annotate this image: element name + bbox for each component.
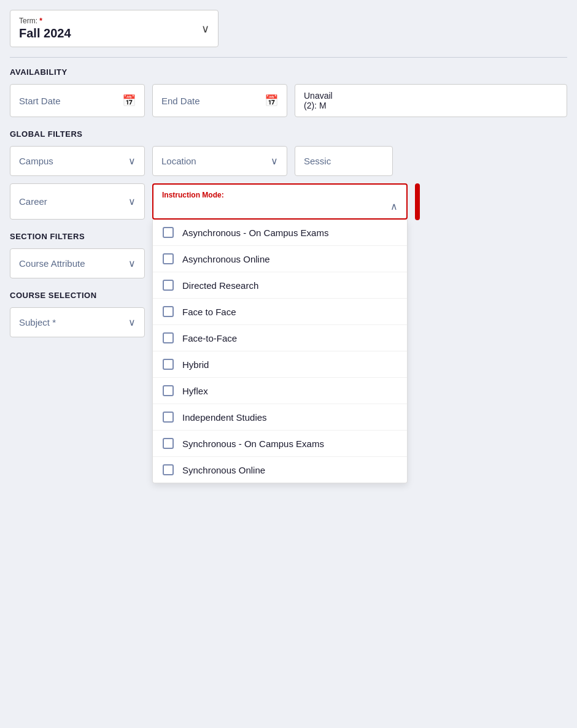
location-label: Location (161, 156, 196, 166)
section-divider (10, 57, 567, 58)
checkbox-hyflex[interactable] (163, 385, 174, 396)
career-dropdown[interactable]: Career ∨ (10, 183, 145, 220)
scroll-indicator[interactable] (415, 183, 420, 220)
option-face-to-face-hyphen[interactable]: Face-to-Face (153, 325, 407, 351)
instruction-mode-input[interactable] (162, 201, 374, 212)
filters-row-1: Campus ∨ Location ∨ Sessic (10, 146, 567, 176)
term-dropdown[interactable]: Term: * Fall 2024 ∨ (10, 10, 219, 47)
option-label-synchronous-online: Synchronous Online (182, 465, 265, 475)
option-directed-research[interactable]: Directed Research (153, 272, 407, 299)
checkbox-synchronous-on-campus-exams[interactable] (163, 438, 174, 449)
end-date-field[interactable]: End Date 📅 (152, 84, 287, 117)
subject-label: Subject * (19, 317, 56, 328)
session-label: Sessic (304, 156, 331, 166)
career-chevron-icon: ∨ (128, 196, 136, 207)
term-section: Term: * Fall 2024 ∨ (10, 10, 567, 47)
option-synchronous-online[interactable]: Synchronous Online (153, 457, 407, 483)
term-value: Fall 2024 (19, 26, 209, 40)
term-label: Term: * (19, 17, 209, 25)
global-filters-heading: GLOBAL FILTERS (10, 129, 567, 139)
campus-chevron-icon: ∨ (128, 155, 136, 167)
end-date-calendar-icon: 📅 (265, 94, 278, 107)
instruction-mode-label: Instruction Mode: (162, 191, 398, 199)
start-date-calendar-icon: 📅 (122, 94, 136, 107)
checkbox-asynchronous-online[interactable] (163, 253, 174, 264)
filters-row-2: Career ∨ Instruction Mode: ∧ Asynchronou… (10, 183, 567, 220)
instruction-mode-input-row: ∧ (162, 201, 398, 212)
unavailable-box: Unavail(2): M (295, 84, 567, 117)
option-face-to-face[interactable]: Face to Face (153, 299, 407, 325)
instruction-mode-dropdown[interactable]: Instruction Mode: ∧ (152, 183, 408, 220)
page-container: Term: * Fall 2024 ∨ AVAILABILITY Start D… (0, 0, 577, 359)
course-attribute-dropdown[interactable]: Course Attribute ∨ (10, 248, 145, 278)
subject-dropdown[interactable]: Subject * ∨ (10, 307, 145, 337)
instruction-mode-chevron-icon: ∧ (390, 201, 398, 212)
option-label-hyflex: Hyflex (182, 386, 208, 396)
option-label-independent-studies: Independent Studies (182, 412, 267, 423)
option-hybrid[interactable]: Hybrid (153, 351, 407, 378)
option-independent-studies[interactable]: Independent Studies (153, 404, 407, 431)
option-asynchronous-on-campus-exams[interactable]: Asynchronous - On Campus Exams (153, 220, 407, 246)
option-label-face-to-face: Face to Face (182, 307, 236, 317)
end-date-label: End Date (161, 96, 200, 106)
checkbox-independent-studies[interactable] (163, 412, 174, 423)
global-filters-section: GLOBAL FILTERS Campus ∨ Location ∨ Sessi… (10, 129, 567, 220)
subject-chevron-icon: ∨ (128, 316, 136, 328)
course-attribute-label: Course Attribute (19, 258, 85, 269)
checkbox-hybrid[interactable] (163, 359, 174, 370)
option-label-hybrid: Hybrid (182, 359, 209, 370)
availability-section: AVAILABILITY Start Date 📅 End Date 📅 Una… (10, 67, 567, 117)
option-label-synchronous-on-campus-exams: Synchronous - On Campus Exams (182, 439, 324, 449)
instruction-mode-container: Instruction Mode: ∧ Asynchronous - On Ca… (152, 183, 408, 220)
campus-label: Campus (19, 156, 53, 166)
term-required: * (39, 17, 42, 25)
option-label-asynchronous-on-campus-exams: Asynchronous - On Campus Exams (182, 228, 328, 238)
availability-heading: AVAILABILITY (10, 67, 567, 77)
location-chevron-icon: ∨ (271, 155, 278, 167)
option-synchronous-on-campus-exams[interactable]: Synchronous - On Campus Exams (153, 431, 407, 457)
option-hyflex[interactable]: Hyflex (153, 378, 407, 404)
scroll-indicator-container (415, 183, 420, 220)
availability-row: Start Date 📅 End Date 📅 Unavail(2): M (10, 84, 567, 117)
term-chevron-icon: ∨ (201, 22, 209, 36)
instruction-mode-dropdown-list: Asynchronous - On Campus Exams Asynchron… (152, 220, 408, 483)
checkbox-asynchronous-on-campus-exams[interactable] (163, 227, 174, 238)
checkbox-face-to-face-hyphen[interactable] (163, 332, 174, 343)
campus-dropdown[interactable]: Campus ∨ (10, 146, 145, 176)
option-label-directed-research: Directed Research (182, 280, 258, 291)
term-text: Term: (19, 17, 37, 25)
start-date-field[interactable]: Start Date 📅 (10, 84, 145, 117)
option-label-face-to-face-hyphen: Face-to-Face (182, 333, 237, 343)
checkbox-directed-research[interactable] (163, 280, 174, 291)
session-dropdown[interactable]: Sessic (295, 146, 393, 176)
location-dropdown[interactable]: Location ∨ (152, 146, 287, 176)
course-attribute-chevron-icon: ∨ (128, 258, 136, 269)
unavail-text: (2): M (304, 101, 327, 110)
career-label: Career (19, 196, 47, 207)
option-asynchronous-online[interactable]: Asynchronous Online (153, 246, 407, 272)
checkbox-synchronous-online[interactable] (163, 464, 174, 475)
option-label-asynchronous-online: Asynchronous Online (182, 254, 270, 264)
checkbox-face-to-face[interactable] (163, 306, 174, 317)
start-date-label: Start Date (19, 96, 61, 106)
